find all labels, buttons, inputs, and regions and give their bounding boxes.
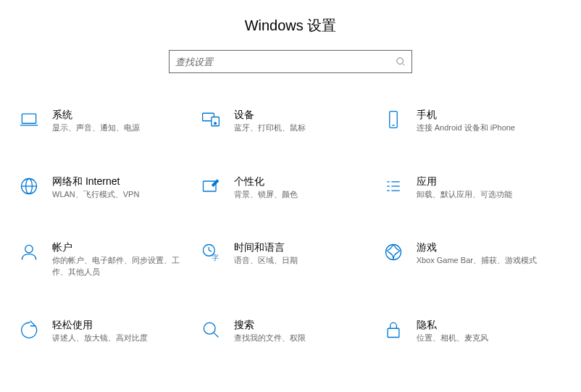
category-text: 手机 连接 Android 设备和 iPhone — [417, 108, 564, 134]
category-gaming[interactable]: 游戏 Xbox Game Bar、捕获、游戏模式 — [382, 241, 564, 278]
user-icon — [17, 241, 41, 264]
svg-point-6 — [214, 122, 217, 125]
category-text: 网络和 Internet WLAN、飞行模式、VPN — [52, 175, 199, 201]
category-desc: 蓝牙、打印机、鼠标 — [234, 122, 372, 133]
category-desc: Xbox Game Bar、捕获、游戏模式 — [417, 255, 555, 266]
devices-icon — [199, 108, 222, 131]
personalize-icon — [199, 175, 222, 198]
svg-rect-2 — [22, 114, 35, 123]
category-desc: 显示、声音、通知、电源 — [52, 122, 191, 133]
category-title: 时间和语言 — [234, 241, 372, 254]
page-header: Windows 设置 — [0, 0, 581, 36]
category-network[interactable]: 网络和 Internet WLAN、飞行模式、VPN — [17, 175, 199, 201]
settings-grid: 系统 显示、声音、通知、电源 设备 蓝牙、打印机、鼠标 手机 连接 Androi… — [0, 108, 581, 344]
search-box[interactable] — [169, 50, 412, 73]
category-title: 轻松使用 — [52, 318, 191, 331]
category-text: 轻松使用 讲述人、放大镜、高对比度 — [52, 318, 199, 344]
category-apps[interactable]: 应用 卸载、默认应用、可选功能 — [382, 175, 564, 201]
category-phone[interactable]: 手机 连接 Android 设备和 iPhone — [382, 108, 564, 134]
category-system[interactable]: 系统 显示、声音、通知、电源 — [17, 108, 199, 134]
category-text: 应用 卸载、默认应用、可选功能 — [417, 175, 564, 201]
category-text: 游戏 Xbox Game Bar、捕获、游戏模式 — [417, 241, 564, 267]
phone-icon — [382, 108, 405, 131]
ease-icon — [17, 318, 41, 341]
lock-icon — [382, 318, 405, 341]
category-desc: 背景、锁屏、颜色 — [234, 189, 372, 200]
category-accessibility[interactable]: 轻松使用 讲述人、放大镜、高对比度 — [17, 318, 199, 344]
category-desc: 查找我的文件、权限 — [234, 333, 372, 343]
category-text: 隐私 位置、相机、麦克风 — [417, 318, 564, 344]
category-text: 时间和语言 语音、区域、日期 — [234, 241, 381, 267]
category-desc: 卸载、默认应用、可选功能 — [417, 189, 555, 200]
category-desc: 连接 Android 设备和 iPhone — [417, 122, 555, 133]
svg-point-0 — [397, 58, 404, 64]
category-desc: 位置、相机、麦克风 — [417, 333, 555, 343]
search-icon — [396, 57, 406, 67]
category-privacy[interactable]: 隐私 位置、相机、麦克风 — [382, 318, 564, 344]
category-text: 个性化 背景、锁屏、颜色 — [234, 175, 381, 201]
time-lang-icon: 字 — [199, 241, 222, 264]
category-search[interactable]: 搜索 查找我的文件、权限 — [199, 318, 381, 344]
search-input[interactable] — [175, 57, 396, 67]
category-title: 系统 — [52, 108, 191, 121]
category-title: 隐私 — [417, 318, 555, 331]
category-desc: 语音、区域、日期 — [234, 255, 372, 266]
category-desc: 你的帐户、电子邮件、同步设置、工作、其他人员 — [52, 255, 191, 278]
category-text: 系统 显示、声音、通知、电源 — [52, 108, 199, 134]
gaming-icon — [382, 241, 405, 264]
search-container — [0, 50, 581, 73]
category-devices[interactable]: 设备 蓝牙、打印机、鼠标 — [199, 108, 381, 134]
apps-icon — [382, 175, 405, 198]
category-title: 搜索 — [234, 318, 372, 331]
svg-line-22 — [209, 251, 212, 252]
category-title: 网络和 Internet — [52, 175, 191, 188]
svg-line-1 — [403, 64, 405, 66]
globe-icon — [17, 175, 41, 198]
svg-point-19 — [25, 246, 33, 254]
page-title: Windows 设置 — [0, 16, 581, 36]
svg-point-25 — [204, 323, 216, 335]
category-title: 设备 — [234, 108, 372, 121]
category-accounts[interactable]: 帐户 你的帐户、电子邮件、同步设置、工作、其他人员 — [17, 241, 199, 278]
search-category-icon — [199, 318, 222, 341]
category-title: 应用 — [417, 175, 555, 188]
category-title: 帐户 — [52, 241, 191, 254]
svg-line-26 — [214, 333, 219, 338]
category-text: 帐户 你的帐户、电子邮件、同步设置、工作、其他人员 — [52, 241, 199, 278]
category-time[interactable]: 字 时间和语言 语音、区域、日期 — [199, 241, 381, 278]
category-desc: 讲述人、放大镜、高对比度 — [52, 333, 191, 343]
category-title: 游戏 — [417, 241, 555, 254]
svg-rect-27 — [388, 328, 399, 337]
category-personalization[interactable]: 个性化 背景、锁屏、颜色 — [199, 175, 381, 201]
svg-text:字: 字 — [212, 254, 219, 262]
category-text: 设备 蓝牙、打印机、鼠标 — [234, 108, 381, 134]
category-title: 个性化 — [234, 175, 372, 188]
category-desc: WLAN、飞行模式、VPN — [52, 189, 191, 200]
laptop-icon — [17, 108, 41, 131]
category-title: 手机 — [417, 108, 555, 121]
category-text: 搜索 查找我的文件、权限 — [234, 318, 381, 344]
